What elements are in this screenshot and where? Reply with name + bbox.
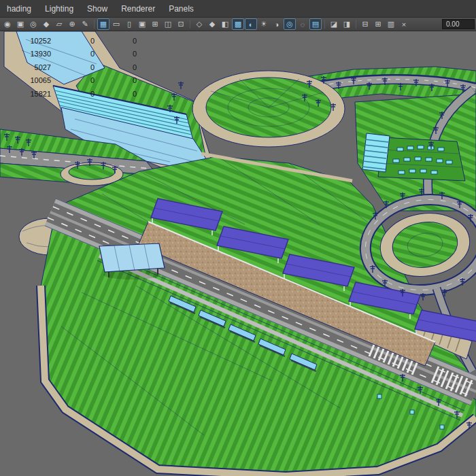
menu-item-show[interactable]: Show	[80, 0, 114, 18]
toolbar-separator	[324, 20, 325, 29]
hud-value: 0	[51, 90, 95, 98]
resolution-gate-icon[interactable]: ▯	[123, 18, 135, 30]
hud-value: 5027	[0, 63, 51, 71]
hud-value: 10065	[0, 76, 51, 84]
camera-icon[interactable]: ◉	[1, 18, 14, 30]
use-default-material-icon[interactable]: ◐	[245, 18, 257, 30]
menu-item-panels[interactable]: Panels	[162, 0, 201, 18]
hud-value: 0	[51, 50, 95, 58]
toolbar-separator	[356, 20, 356, 29]
safe-action-icon[interactable]: ◫	[162, 18, 174, 30]
toolbar-separator	[190, 20, 190, 29]
hud-value: 0	[95, 50, 137, 58]
grid-icon[interactable]: ▦	[97, 18, 109, 30]
hud-row: 1006500	[0, 74, 137, 88]
film-strip-icon[interactable]: ▥	[385, 18, 397, 30]
menu-item-lighting[interactable]: Lighting	[38, 0, 80, 18]
camera-attributes-icon[interactable]: ◎	[27, 18, 39, 30]
heads-up-display: 1025200139300050270010065001582100	[0, 34, 137, 101]
toolbar-separator	[94, 20, 95, 29]
hud-value: 10252	[0, 37, 51, 45]
hud-value: 0	[51, 76, 95, 84]
toolbar-icons: ◉▣◎◆▱⊕✎▦▭▯▣⊞◫⊡◇◆◧▩◐☀◑◎◌▤◪◨⊟⊞▥×	[1, 18, 439, 30]
occlusion-icon[interactable]: ◎	[284, 18, 296, 30]
hud-value: 15821	[0, 90, 51, 98]
safe-title-icon[interactable]: ⊡	[175, 18, 187, 30]
exposure-field[interactable]: 0.00	[442, 19, 475, 29]
smooth-shade-icon[interactable]: ◆	[206, 18, 218, 30]
mound-upper[interactable]	[192, 71, 345, 147]
panel-menu-bar: hadingLightingShowRendererPanels	[0, 0, 476, 18]
hud-value: 0	[95, 76, 137, 84]
field-chart-icon[interactable]: ⊞	[149, 18, 161, 30]
hud-value: 0	[51, 37, 95, 45]
gate-mask-icon[interactable]: ▣	[136, 18, 148, 30]
close-panel-icon[interactable]: ×	[398, 18, 410, 30]
xray-icon[interactable]: ◨	[341, 18, 353, 30]
textured-icon[interactable]: ▩	[232, 18, 244, 30]
menu-bar-items: hadingLightingShowRendererPanels	[0, 0, 201, 18]
hud-row: 1393000	[0, 48, 137, 61]
maya-viewport-panel: 1025200139300050270010065001582100 hadin…	[0, 0, 476, 476]
wireframe-icon[interactable]: ◇	[193, 18, 205, 30]
motion-blur-icon[interactable]: ◌	[296, 18, 309, 30]
menu-item-hading[interactable]: hading	[0, 0, 38, 18]
lights-icon[interactable]: ☀	[258, 18, 270, 30]
isolate-select-icon[interactable]: ◪	[328, 18, 340, 30]
flat-shade-icon[interactable]: ◧	[219, 18, 231, 30]
lock-camera-icon[interactable]: ▣	[14, 18, 27, 30]
hud-row: 502700	[0, 61, 137, 74]
bookmark-icon[interactable]: ◆	[40, 18, 52, 30]
panel-layout-icon[interactable]: ⊟	[359, 18, 371, 30]
multisample-icon[interactable]: ▤	[309, 18, 322, 30]
hud-value: 0	[51, 63, 95, 71]
panel-toolbar: ◉▣◎◆▱⊕✎▦▭▯▣⊞◫⊡◇◆◧▩◐☀◑◎◌▤◪◨⊟⊞▥× 0.00	[0, 18, 476, 31]
hud-value: 0	[95, 37, 137, 45]
film-gate-icon[interactable]: ▭	[110, 18, 122, 30]
hud-value: 13930	[0, 50, 51, 58]
hud-value: 0	[95, 63, 137, 71]
grid-layout-icon[interactable]: ⊞	[372, 18, 384, 30]
hud-row: 1025200	[0, 34, 137, 48]
grease-pencil-icon[interactable]: ✎	[79, 18, 91, 30]
pan-zoom-icon[interactable]: ⊕	[66, 18, 78, 30]
image-plane-icon[interactable]: ▱	[53, 18, 65, 30]
hud-row: 1582100	[0, 87, 137, 101]
hud-value: 0	[95, 90, 137, 98]
canopy-shelter[interactable]	[99, 243, 165, 279]
menu-item-renderer[interactable]: Renderer	[114, 0, 162, 18]
shadows-icon[interactable]: ◑	[271, 18, 283, 30]
